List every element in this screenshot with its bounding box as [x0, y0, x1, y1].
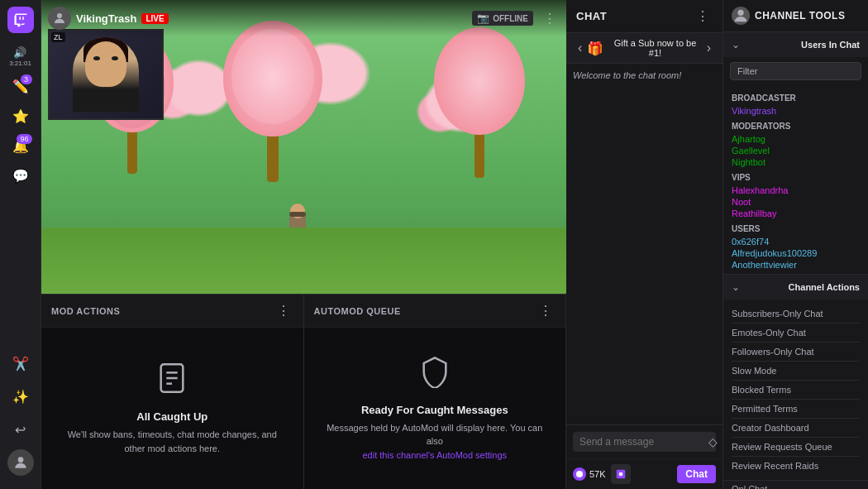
live-badge: LIVE	[141, 13, 168, 24]
mod-actions-icon	[155, 362, 188, 402]
ct-filter	[723, 57, 868, 85]
ct-action-emotes-only-chat[interactable]: Emotes-Only Chat	[732, 324, 860, 343]
webcam-person	[73, 37, 139, 112]
vip-user-2[interactable]: Reathillbay	[732, 208, 860, 219]
ct-action-slow-mode[interactable]: Slow Mode	[732, 362, 860, 381]
channel-tools: CHANNEL TOOLS ⌄ Users In Chat Broadcaste…	[723, 0, 868, 489]
user-1[interactable]: Alfredjudokus100289	[732, 247, 860, 259]
sidebar-item-sound[interactable]: 🔊 3:21:01	[7, 43, 34, 70]
ct-filter-input[interactable]	[730, 62, 861, 80]
webcam-overlay: ZL	[48, 29, 164, 120]
webcam-face	[85, 41, 126, 87]
offline-badge: 📷 OFFLINE	[472, 11, 533, 26]
svg-point-6	[576, 471, 583, 477]
camera-icon: 📷	[477, 12, 489, 24]
mod-actions-body: All Caught Up We'll show bans, timeouts,…	[41, 328, 303, 489]
chat-input-area: ◇ 😊	[566, 424, 723, 458]
sound-icon: 🔊	[13, 46, 26, 59]
sidebar-item-star[interactable]: ⭐	[7, 103, 34, 129]
star-icon: ⭐	[12, 108, 29, 124]
chat-more-button[interactable]: ⋮	[693, 7, 713, 26]
svg-point-1	[57, 13, 62, 18]
sidebar-item-bell[interactable]: 🔔 96	[7, 132, 34, 159]
tree-3	[434, 21, 525, 178]
svg-point-0	[17, 457, 23, 463]
left-sidebar: 🔊 3:21:01 ✏️ 3 ⭐ 🔔 96 💬 ✂️ ✨ ↩	[0, 0, 41, 489]
sound-time: 3:21:01	[9, 60, 31, 67]
chat-input[interactable]	[579, 436, 703, 448]
stream-video-wrapper: VikingTrash LIVE 📷 OFFLINE ⋮	[41, 0, 566, 294]
chat-title: CHAT	[576, 10, 607, 22]
chat-footer: 57K Chat	[566, 458, 723, 489]
ct-avatar	[732, 7, 750, 25]
ct-actions-header[interactable]: ⌄ Channel Actions	[723, 275, 868, 300]
main-content: VikingTrash LIVE 📷 OFFLINE ⋮	[41, 0, 566, 489]
user-avatar[interactable]	[7, 449, 34, 476]
channel-points-icon-btn[interactable]	[611, 464, 631, 484]
ct-action-subscribers-only-chat[interactable]: Subscribers-Only Chat	[732, 304, 860, 324]
ct-users-section: ⌄ Users In Chat Broadcaster Vikingtrash …	[723, 32, 868, 275]
automod-queue-status-title: Ready For Caught Messages	[361, 404, 508, 416]
mod-actions-status-title: All Caught Up	[136, 410, 207, 423]
automod-queue-more-button[interactable]: ⋮	[536, 301, 556, 320]
bell-badge: 96	[17, 134, 31, 144]
points-icon	[573, 467, 586, 481]
mod-actions-title: MOD ACTIONS	[51, 306, 120, 316]
ground	[41, 228, 566, 294]
ct-action-review-requests-queue[interactable]: Review Requests Queue	[732, 438, 860, 457]
tree-2	[223, 17, 322, 182]
ct-actions-section: ⌄ Channel Actions Subscribers-Only Chat …	[723, 275, 868, 481]
vip-user-1[interactable]: Noot	[732, 196, 860, 208]
chat-send-button[interactable]: Chat	[677, 465, 716, 483]
stream-more-button[interactable]: ⋮	[540, 9, 560, 28]
clip-icon: ✂️	[12, 356, 29, 372]
mod-user-1[interactable]: Gaellevel	[732, 145, 860, 156]
only-chat-section: Onl Chat	[723, 481, 868, 489]
mod-user-2[interactable]: Nightbot	[732, 156, 860, 168]
chat-points: 57K	[573, 467, 606, 481]
automod-queue-icon	[418, 355, 451, 396]
svg-point-9	[737, 10, 743, 16]
broadcaster-user[interactable]: Vikingtrash	[732, 105, 860, 117]
user-0[interactable]: 0x626f74	[732, 236, 860, 247]
chevron-down-icon-2: ⌄	[732, 281, 740, 293]
sidebar-item-clip[interactable]: ✂️	[7, 350, 34, 376]
ct-user-group: Broadcaster Vikingtrash Moderators Ajhar…	[723, 85, 868, 274]
sidebar-item-chat[interactable]: 💬	[7, 162, 34, 189]
moderators-label: Moderators	[732, 122, 860, 131]
ct-users-header[interactable]: ⌄ Users In Chat	[723, 32, 868, 57]
automod-queue-header: AUTOMOD QUEUE ⋮	[304, 295, 566, 328]
mod-area: MOD ACTIONS ⋮ All Caught Up We'll show b…	[41, 294, 566, 489]
reward-icon[interactable]: ◇	[708, 435, 718, 448]
broadcaster-label: Broadcaster	[732, 93, 860, 103]
automod-queue-body: Ready For Caught Messages Messages held …	[304, 328, 566, 489]
ct-action-blocked-terms[interactable]: Blocked Terms	[732, 381, 860, 400]
automod-queue-status-desc: Messages held by AutoMod will display he…	[321, 421, 550, 463]
automod-settings-link[interactable]: edit this channel's AutoMod settings	[362, 450, 507, 460]
sidebar-item-sparkle[interactable]: ✨	[7, 383, 34, 410]
only-chat-label: Onl Chat	[732, 484, 767, 489]
chevron-down-icon: ⌄	[732, 39, 740, 50]
mod-actions-status-desc: We'll show bans, timeouts, chat mode cha…	[58, 428, 287, 455]
stream-header: VikingTrash LIVE 📷 OFFLINE ⋮	[41, 0, 566, 36]
chat-nav-prev[interactable]: ‹	[573, 39, 587, 57]
mod-actions-more-button[interactable]: ⋮	[274, 301, 293, 320]
ct-action-creator-dashboard[interactable]: Creator Dashboard	[732, 419, 860, 438]
user-2[interactable]: Anotherttviewier	[732, 259, 860, 271]
ct-action-permitted-terms[interactable]: Permitted Terms	[732, 400, 860, 419]
vip-user-0[interactable]: Halexhandrha	[732, 185, 860, 196]
sidebar-item-pencil[interactable]: ✏️ 3	[7, 73, 34, 99]
mod-user-0[interactable]: Ajhartog	[732, 133, 860, 145]
chat-gift-banner: 🎁 Gift a Sub now to be #1!	[587, 38, 701, 58]
sparkle-icon: ✨	[12, 389, 29, 405]
twitch-logo[interactable]	[7, 7, 34, 33]
ct-action-followers-only-chat[interactable]: Followers-Only Chat	[732, 343, 860, 362]
chat-nav-next[interactable]: ›	[702, 39, 716, 57]
chat-input-row: ◇ 😊	[573, 432, 716, 452]
sidebar-item-exit[interactable]: ↩	[7, 416, 34, 443]
ct-users-title: Users In Chat	[801, 40, 860, 50]
automod-queue-title: AUTOMOD QUEUE	[314, 306, 401, 316]
ct-action-review-recent-raids[interactable]: Review Recent Raids	[732, 457, 860, 475]
chat-welcome-message: Welcome to the chat room!	[573, 70, 716, 80]
chat-header: CHAT ⋮	[566, 0, 723, 33]
